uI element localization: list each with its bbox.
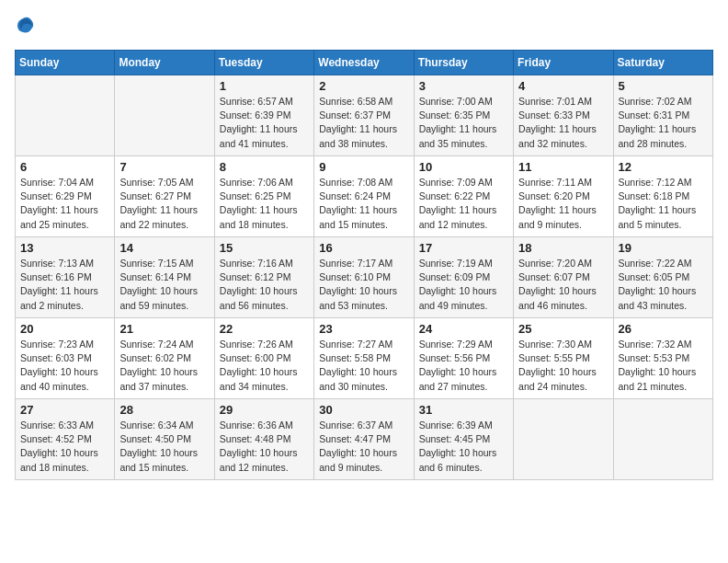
day-detail: Sunrise: 7:27 AMSunset: 5:58 PMDaylight:…: [319, 338, 408, 394]
calendar-cell: 24Sunrise: 7:29 AMSunset: 5:56 PMDayligh…: [414, 318, 513, 399]
calendar-cell: 18Sunrise: 7:20 AMSunset: 6:07 PMDayligh…: [514, 237, 613, 318]
day-detail: Sunrise: 7:05 AMSunset: 6:27 PMDaylight:…: [119, 176, 209, 232]
day-number: 14: [119, 241, 209, 255]
day-number: 19: [619, 241, 708, 255]
day-detail: Sunrise: 6:39 AMSunset: 4:45 PMDaylight:…: [419, 419, 508, 475]
calendar-cell: 15Sunrise: 7:16 AMSunset: 6:12 PMDayligh…: [214, 237, 313, 318]
day-detail: Sunrise: 7:08 AMSunset: 6:24 PMDaylight:…: [319, 176, 408, 232]
calendar-cell: 30Sunrise: 6:37 AMSunset: 4:47 PMDayligh…: [314, 399, 414, 480]
day-detail: Sunrise: 7:30 AMSunset: 5:55 PMDaylight:…: [518, 338, 608, 394]
day-detail: Sunrise: 7:02 AMSunset: 6:31 PMDaylight:…: [619, 95, 708, 151]
calendar-cell: [16, 75, 115, 156]
page-header: [15, 15, 713, 39]
day-detail: Sunrise: 7:00 AMSunset: 6:35 PMDaylight:…: [419, 95, 508, 151]
day-number: 7: [119, 160, 209, 174]
day-detail: Sunrise: 6:33 AMSunset: 4:52 PMDaylight:…: [20, 419, 109, 475]
day-of-week-header: Saturday: [613, 51, 712, 75]
day-number: 31: [419, 403, 508, 417]
calendar-cell: 20Sunrise: 7:23 AMSunset: 6:03 PMDayligh…: [16, 318, 115, 399]
calendar-cell: 4Sunrise: 7:01 AMSunset: 6:33 PMDaylight…: [514, 75, 613, 156]
calendar-week-row: 13Sunrise: 7:13 AMSunset: 6:16 PMDayligh…: [16, 237, 713, 318]
day-number: 28: [119, 403, 209, 417]
day-detail: Sunrise: 6:37 AMSunset: 4:47 PMDaylight:…: [319, 419, 408, 475]
calendar-cell: 29Sunrise: 6:36 AMSunset: 4:48 PMDayligh…: [214, 399, 313, 480]
day-number: 1: [220, 79, 309, 93]
day-number: 15: [220, 241, 309, 255]
calendar-cell: 9Sunrise: 7:08 AMSunset: 6:24 PMDaylight…: [314, 156, 414, 237]
calendar-week-row: 1Sunrise: 6:57 AMSunset: 6:39 PMDaylight…: [16, 75, 713, 156]
calendar-cell: 11Sunrise: 7:11 AMSunset: 6:20 PMDayligh…: [514, 156, 613, 237]
calendar-cell: [514, 399, 613, 480]
calendar-cell: 25Sunrise: 7:30 AMSunset: 5:55 PMDayligh…: [514, 318, 613, 399]
calendar-cell: 23Sunrise: 7:27 AMSunset: 5:58 PMDayligh…: [314, 318, 414, 399]
calendar-week-row: 27Sunrise: 6:33 AMSunset: 4:52 PMDayligh…: [16, 399, 713, 480]
day-detail: Sunrise: 7:29 AMSunset: 5:56 PMDaylight:…: [419, 338, 508, 394]
calendar-cell: [115, 75, 214, 156]
day-detail: Sunrise: 6:34 AMSunset: 4:50 PMDaylight:…: [119, 419, 209, 475]
calendar-table: SundayMondayTuesdayWednesdayThursdayFrid…: [15, 50, 713, 480]
calendar-cell: 27Sunrise: 6:33 AMSunset: 4:52 PMDayligh…: [16, 399, 115, 480]
calendar-cell: 6Sunrise: 7:04 AMSunset: 6:29 PMDaylight…: [16, 156, 115, 237]
day-number: 3: [419, 79, 508, 93]
day-number: 26: [619, 322, 708, 336]
calendar-week-row: 6Sunrise: 7:04 AMSunset: 6:29 PMDaylight…: [16, 156, 713, 237]
day-detail: Sunrise: 7:19 AMSunset: 6:09 PMDaylight:…: [419, 257, 508, 313]
calendar-cell: 8Sunrise: 7:06 AMSunset: 6:25 PMDaylight…: [214, 156, 313, 237]
day-number: 21: [119, 322, 209, 336]
day-of-week-header: Tuesday: [214, 51, 313, 75]
day-detail: Sunrise: 7:17 AMSunset: 6:10 PMDaylight:…: [319, 257, 408, 313]
day-detail: Sunrise: 7:24 AMSunset: 6:02 PMDaylight:…: [119, 338, 209, 394]
day-number: 22: [220, 322, 309, 336]
calendar-cell: 21Sunrise: 7:24 AMSunset: 6:02 PMDayligh…: [115, 318, 214, 399]
calendar-cell: 22Sunrise: 7:26 AMSunset: 6:00 PMDayligh…: [214, 318, 313, 399]
day-number: 13: [20, 241, 109, 255]
calendar-cell: 14Sunrise: 7:15 AMSunset: 6:14 PMDayligh…: [115, 237, 214, 318]
day-detail: Sunrise: 7:13 AMSunset: 6:16 PMDaylight:…: [20, 257, 109, 313]
logo-icon: [15, 15, 35, 35]
day-number: 4: [518, 79, 608, 93]
day-number: 20: [20, 322, 109, 336]
day-number: 25: [518, 322, 608, 336]
day-of-week-header: Friday: [514, 51, 613, 75]
day-of-week-header: Thursday: [414, 51, 513, 75]
calendar-cell: 19Sunrise: 7:22 AMSunset: 6:05 PMDayligh…: [613, 237, 712, 318]
day-number: 29: [220, 403, 309, 417]
calendar-cell: 28Sunrise: 6:34 AMSunset: 4:50 PMDayligh…: [115, 399, 214, 480]
day-number: 17: [419, 241, 508, 255]
day-detail: Sunrise: 7:06 AMSunset: 6:25 PMDaylight:…: [220, 176, 309, 232]
calendar-cell: 2Sunrise: 6:58 AMSunset: 6:37 PMDaylight…: [314, 75, 414, 156]
day-number: 18: [518, 241, 608, 255]
day-number: 8: [220, 160, 309, 174]
day-detail: Sunrise: 7:26 AMSunset: 6:00 PMDaylight:…: [220, 338, 309, 394]
logo: [15, 15, 39, 39]
day-number: 23: [319, 322, 408, 336]
day-detail: Sunrise: 7:01 AMSunset: 6:33 PMDaylight:…: [518, 95, 608, 151]
day-detail: Sunrise: 7:20 AMSunset: 6:07 PMDaylight:…: [518, 257, 608, 313]
day-detail: Sunrise: 7:22 AMSunset: 6:05 PMDaylight:…: [619, 257, 708, 313]
day-detail: Sunrise: 7:12 AMSunset: 6:18 PMDaylight:…: [619, 176, 708, 232]
day-number: 6: [20, 160, 109, 174]
calendar-cell: [613, 399, 712, 480]
day-of-week-header: Wednesday: [314, 51, 414, 75]
day-number: 12: [619, 160, 708, 174]
day-number: 9: [319, 160, 408, 174]
calendar-cell: 7Sunrise: 7:05 AMSunset: 6:27 PMDaylight…: [115, 156, 214, 237]
calendar-cell: 10Sunrise: 7:09 AMSunset: 6:22 PMDayligh…: [414, 156, 513, 237]
calendar-week-row: 20Sunrise: 7:23 AMSunset: 6:03 PMDayligh…: [16, 318, 713, 399]
day-detail: Sunrise: 7:04 AMSunset: 6:29 PMDaylight:…: [20, 176, 109, 232]
day-number: 11: [518, 160, 608, 174]
calendar-cell: 12Sunrise: 7:12 AMSunset: 6:18 PMDayligh…: [613, 156, 712, 237]
day-detail: Sunrise: 7:11 AMSunset: 6:20 PMDaylight:…: [518, 176, 608, 232]
day-detail: Sunrise: 7:09 AMSunset: 6:22 PMDaylight:…: [419, 176, 508, 232]
day-detail: Sunrise: 6:36 AMSunset: 4:48 PMDaylight:…: [220, 419, 309, 475]
day-number: 10: [419, 160, 508, 174]
day-detail: Sunrise: 7:23 AMSunset: 6:03 PMDaylight:…: [20, 338, 109, 394]
calendar-cell: 1Sunrise: 6:57 AMSunset: 6:39 PMDaylight…: [214, 75, 313, 156]
day-number: 5: [619, 79, 708, 93]
calendar-cell: 3Sunrise: 7:00 AMSunset: 6:35 PMDaylight…: [414, 75, 513, 156]
day-number: 24: [419, 322, 508, 336]
day-detail: Sunrise: 7:15 AMSunset: 6:14 PMDaylight:…: [119, 257, 209, 313]
day-number: 30: [319, 403, 408, 417]
calendar-cell: 13Sunrise: 7:13 AMSunset: 6:16 PMDayligh…: [16, 237, 115, 318]
calendar-cell: 5Sunrise: 7:02 AMSunset: 6:31 PMDaylight…: [613, 75, 712, 156]
